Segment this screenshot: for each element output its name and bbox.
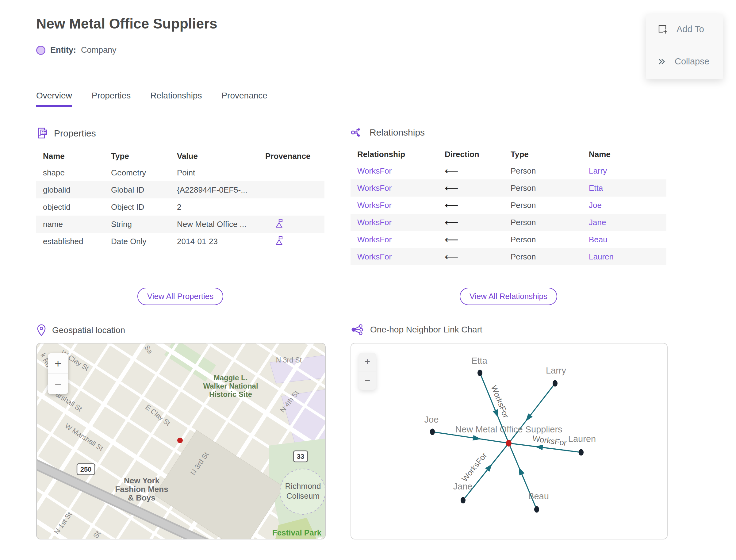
cell: globalid (36, 185, 104, 195)
chart-node-beau[interactable] (534, 506, 539, 513)
chart-zoom-out-button[interactable]: − (358, 371, 376, 390)
tabs: OverviewPropertiesRelationshipsProvenanc… (36, 91, 267, 107)
table-row: WorksFor⟵PersonJane (351, 214, 666, 231)
column-header: Provenance (259, 152, 324, 161)
chart-node-label: Etta (471, 356, 487, 366)
chart-node-larry[interactable] (553, 380, 558, 387)
provenance-flag-icon[interactable] (265, 236, 283, 245)
direction-arrow: ⟵ (438, 217, 504, 228)
map-zoom-in-button[interactable]: + (48, 353, 68, 374)
entity-type-badge-icon (36, 46, 45, 55)
chart-center-node-label: New Metal Office Suppliers (455, 424, 562, 434)
cell: String (104, 220, 170, 229)
table-row: shapeGeometryPoint (36, 164, 324, 181)
direction-arrow: ⟵ (438, 200, 504, 211)
map-panel[interactable]: 25033k RdW Clay StSaarshall StW Marshall… (36, 343, 326, 539)
relationship-link[interactable]: WorksFor (351, 218, 438, 227)
entity-name-link[interactable]: Jane (582, 218, 666, 227)
tab-overview[interactable]: Overview (36, 91, 72, 107)
cell: Person (504, 183, 582, 193)
entity-name-link[interactable]: Beau (582, 235, 666, 244)
view-all-relationships-button[interactable]: View All Relationships (460, 288, 557, 305)
map-canvas: 25033k RdW Clay StSaarshall StW Marshall… (37, 343, 325, 539)
relationship-link[interactable]: WorksFor (351, 252, 438, 262)
cell: New Metal Office ... (170, 220, 259, 229)
cell: name (36, 220, 104, 229)
properties-icon (36, 127, 48, 140)
entity-label: Entity: (50, 45, 76, 55)
collapse-button[interactable]: Collapse (657, 56, 709, 67)
tab-provenance[interactable]: Provenance (221, 91, 267, 107)
add-to-icon (657, 24, 668, 34)
map-section-title: Geospatial location (52, 325, 125, 335)
cell: shape (36, 168, 104, 178)
chart-node-etta[interactable] (477, 370, 482, 376)
relationships-icon (351, 127, 364, 138)
link-chart-canvas: WorksForWorksForWorksForEttaLarryJoeLaur… (351, 343, 667, 539)
relationships-section-header: Relationships (351, 127, 666, 138)
tab-relationships[interactable]: Relationships (150, 91, 202, 107)
chart-node-label: Larry (546, 366, 566, 375)
entity-name-link[interactable]: Lauren (582, 252, 666, 262)
properties-section: Properties NameTypeValueProvenanceshapeG… (36, 127, 324, 250)
chart-node-lauren[interactable] (579, 449, 584, 456)
chart-edge-arrow (473, 435, 481, 441)
map-place-label: & Boys (128, 493, 155, 502)
map-zoom-out-button[interactable]: − (48, 374, 68, 394)
cell: objectid (36, 202, 104, 212)
chart-edge-arrow (519, 467, 524, 475)
provenance-flag-icon[interactable] (265, 218, 283, 228)
table-row: WorksFor⟵PersonEtta (351, 179, 666, 197)
map-location-marker (177, 438, 183, 443)
add-to-button[interactable]: Add To (657, 24, 704, 34)
table-row: nameStringNew Metal Office ... (36, 216, 324, 233)
page-title: New Metal Office Suppliers (36, 15, 217, 32)
link-chart-section-header: One-hop Neighbor Link Chart (351, 324, 482, 336)
chart-node-jane[interactable] (461, 497, 466, 504)
entity-name-link[interactable]: Larry (582, 166, 666, 176)
cell: established (36, 237, 104, 246)
column-header: Name (36, 152, 104, 161)
relationship-link[interactable]: WorksFor (351, 166, 438, 176)
table-row: objectidObject ID2 (36, 198, 324, 216)
link-chart-panel[interactable]: WorksForWorksForWorksForEttaLarryJoeLaur… (351, 343, 668, 539)
view-all-properties-button[interactable]: View All Properties (137, 288, 223, 305)
route-shield: 33 (293, 451, 308, 462)
link-chart-section-title: One-hop Neighbor Link Chart (370, 325, 482, 335)
entity-type-value: Company (81, 45, 117, 55)
cell: Person (504, 218, 582, 227)
map-place-label: Historic Site (209, 390, 252, 398)
double-chevron-right-icon (657, 57, 666, 66)
cell: Geometry (104, 168, 170, 178)
chart-node-label: Beau (528, 491, 549, 501)
entity-name-link[interactable]: Etta (582, 183, 666, 193)
route-shield: 250 (77, 464, 95, 475)
tab-properties[interactable]: Properties (92, 91, 131, 107)
cell: 2014-01-23 (170, 237, 259, 246)
map-place-label: Maggie L. (214, 374, 248, 382)
table-row: WorksFor⟵PersonLarry (351, 162, 666, 179)
column-header: Type (104, 152, 170, 161)
column-header: Type (504, 150, 582, 159)
direction-arrow: ⟵ (438, 234, 504, 245)
relationships-section: Relationships RelationshipDirectionTypeN… (351, 127, 666, 265)
map-street-label: N 3rd St (276, 356, 302, 364)
direction-arrow: ⟵ (438, 251, 504, 263)
relationship-link[interactable]: WorksFor (351, 183, 438, 193)
relationship-link[interactable]: WorksFor (351, 201, 438, 210)
chart-node-label: Joe (424, 415, 439, 424)
cell: Person (504, 201, 582, 210)
chart-edge-label: WorksFor (489, 384, 511, 420)
map-place-label: Walker National (203, 382, 258, 390)
chart-center-node[interactable] (506, 440, 512, 447)
map-pin-icon (36, 324, 47, 337)
svg-text:33: 33 (297, 453, 304, 460)
chart-node-joe[interactable] (430, 429, 435, 435)
relationship-link[interactable]: WorksFor (351, 235, 438, 244)
entity-name-link[interactable]: Joe (582, 201, 666, 210)
properties-table-header: NameTypeValueProvenance (36, 148, 324, 164)
table-row: establishedDate Only2014-01-23 (36, 233, 324, 250)
table-row: WorksFor⟵PersonJoe (351, 197, 666, 214)
chart-node-label: Lauren (568, 434, 596, 444)
chart-zoom-in-button[interactable]: + (358, 353, 376, 371)
